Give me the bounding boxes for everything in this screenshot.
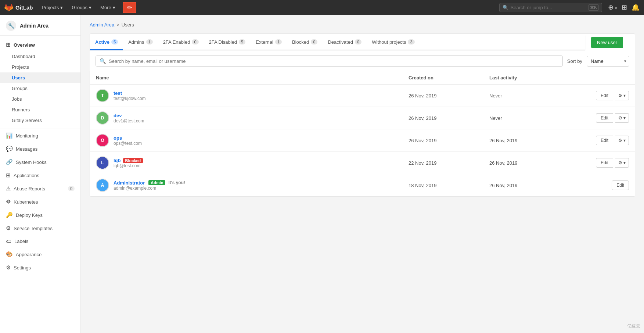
dropdown-arrow: ▾ [623,115,626,121]
nav-pencil-button[interactable]: ✏ [123,2,136,13]
settings-label: Settings [14,265,31,271]
sidebar-item-users[interactable]: Users [0,72,80,83]
bell-icon[interactable]: 🔔 [632,3,640,11]
user-search-input[interactable] [109,58,559,64]
svg-text:A: A [101,183,104,188]
sidebar-item-deploy-keys[interactable]: 🔑 Deploy Keys [0,208,80,222]
svg-text:D: D [101,115,104,121]
sidebar-item-jobs[interactable]: Jobs [0,94,80,104]
filter-bar: 🔍 Sort by Name Email Created date Last a… [90,51,635,71]
brand-logo[interactable]: GitLab [4,3,33,12]
search-box[interactable]: 🔍 ⌘K [499,3,602,12]
top-nav-icons: ⊕ ▾ ⊞ 🔔 [608,3,640,11]
search-bar: 🔍 [96,56,563,67]
sidebar-item-kubernetes[interactable]: ☸ Kubernetes [0,195,80,208]
plus-menu-button[interactable]: ⊕ ▾ [608,3,617,11]
sort-select[interactable]: Name Email Created date Last activity [587,56,629,67]
keyboard-shortcut: ⌘K [588,4,598,11]
new-user-button[interactable]: New user [591,37,623,48]
appearance-label: Appearance [16,252,42,257]
tab-2fa-enabled[interactable]: 2FA Enabled 0 [158,35,204,50]
tab-blocked[interactable]: Blocked 0 [287,35,323,50]
nav-projects[interactable]: Projects ▾ [39,3,66,12]
tab-blocked-label: Blocked [292,39,309,45]
chevron-down-icon: ▾ [89,5,91,10]
sidebar-item-abuse-reports[interactable]: ⚠ Abuse Reports 0 [0,182,80,195]
deploy-keys-icon: 🔑 [6,212,13,218]
svg-text:L: L [101,160,104,165]
user-last-activity: 26 Nov, 2019 [489,138,570,143]
service-templates-icon: ⚙ [6,225,11,232]
layout-icon[interactable]: ⊞ [622,3,627,11]
tab-external[interactable]: External 1 [251,35,287,50]
gear-dropdown-button[interactable]: ⚙ ▾ [615,158,629,168]
user-details: lqbBlocked lqb@test.com [114,158,143,168]
sidebar-item-projects[interactable]: Projects [0,62,80,72]
col-actions [570,75,629,80]
user-email: test@kjdow.com [114,96,146,101]
sidebar-item-groups[interactable]: Groups [0,83,80,94]
user-created-on: 22 Nov, 2019 [409,160,489,166]
sidebar-item-settings[interactable]: ⚙ Settings [0,261,80,274]
tab-active-count: 5 [111,39,118,44]
sidebar-item-messages[interactable]: 💬 Messages [0,142,80,155]
user-email: dev1@test.com [114,118,144,123]
edit-button[interactable]: Edit [596,136,613,145]
tab-active-label: Active [95,39,109,45]
user-details: test test@kjdow.com [114,90,146,101]
labels-label: Labels [14,239,28,244]
user-name[interactable]: dev [114,113,144,118]
avatar: T [96,89,109,102]
gear-dropdown-button[interactable]: ⚙ ▾ [615,136,629,145]
chevron-down-icon: ▾ [113,5,115,10]
sidebar-item-overview[interactable]: ⊞ Overview [0,39,80,51]
chevron-down-icon: ▾ [60,5,63,10]
tab-without-projects[interactable]: Without projects 3 [367,35,420,50]
sidebar-item-labels[interactable]: 🏷 Labels [0,235,80,248]
sidebar: 🔧 Admin Area ⊞ Overview Dashboard Projec… [0,15,81,333]
sidebar-item-gitaly[interactable]: Gitaly Servers [0,115,80,126]
user-name[interactable]: lqbBlocked [114,158,143,163]
sidebar-item-dashboard[interactable]: Dashboard [0,51,80,62]
tab-deactivated[interactable]: Deactivated 0 [323,35,367,50]
tab-admins-count: 1 [146,39,153,44]
gear-icon: ⚙ [618,160,622,165]
col-activity: Last activity [489,75,570,80]
gear-dropdown-button[interactable]: ⚙ ▾ [615,113,629,123]
messages-label: Messages [16,146,37,152]
table-row: O ops ops@test.com 26 Nov, 2019 26 Nov, … [90,129,635,152]
table-row: A Administrator Admin It's you! admin@ex… [90,174,635,196]
sidebar-item-applications[interactable]: ⊞ Applications [0,169,80,182]
top-navigation: GitLab Projects ▾ Groups ▾ More ▾ ✏ 🔍 ⌘K… [0,0,644,15]
sidebar-item-system-hooks[interactable]: 🔗 System Hooks [0,155,80,169]
brand-name: GitLab [15,4,33,11]
sidebar-overview-section: ⊞ Overview Dashboard Projects Users Grou… [0,36,80,129]
edit-button[interactable]: Edit [596,158,613,168]
sidebar-item-service-templates[interactable]: ⚙ Service Templates [0,222,80,235]
edit-button[interactable]: Edit [612,180,629,190]
user-email: lqb@test.com [114,163,143,168]
tab-active[interactable]: Active 5 [90,35,123,50]
settings-icon: ⚙ [6,264,11,271]
search-input[interactable] [511,5,589,10]
nav-more[interactable]: More ▾ [97,3,118,12]
user-name[interactable]: test [114,90,146,96]
tab-2fa-enabled-label: 2FA Enabled [163,39,190,45]
edit-button[interactable]: Edit [596,91,613,100]
tab-2fa-disabled[interactable]: 2FA Disabled 5 [204,35,251,50]
user-info-dev: D dev dev1@test.com [96,111,409,125]
user-created-on: 26 Nov, 2019 [409,138,489,143]
tab-admins[interactable]: Admins 1 [123,35,158,50]
svg-text:O: O [101,138,104,143]
sidebar-item-runners[interactable]: Runners [0,104,80,115]
user-actions: Edit ⚙ ▾ [570,158,629,168]
nav-groups[interactable]: Groups ▾ [69,3,94,12]
user-name[interactable]: Administrator Admin It's you! [114,180,185,186]
tabs-container: Active 5 Admins 1 2FA Enabled 0 2FA Disa… [90,33,635,51]
gear-dropdown-button[interactable]: ⚙ ▾ [615,91,629,100]
edit-button[interactable]: Edit [596,113,613,123]
user-name[interactable]: ops [114,135,142,141]
sidebar-item-monitoring[interactable]: 📊 Monitoring [0,129,80,142]
breadcrumb-admin[interactable]: Admin Area [90,22,114,28]
sidebar-item-appearance[interactable]: 🎨 Appearance [0,248,80,261]
